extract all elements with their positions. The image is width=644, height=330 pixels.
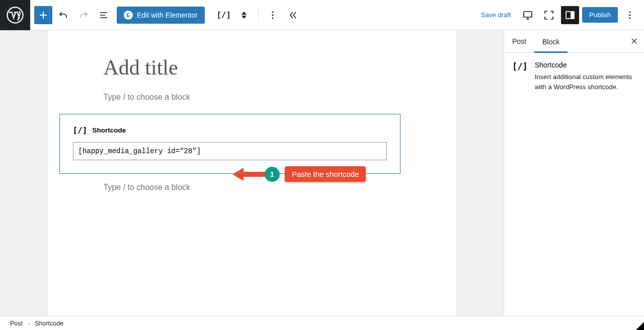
close-sidebar-button[interactable]: ✕ (624, 30, 644, 52)
shortcode-icon: [/] (512, 61, 528, 72)
list-view-icon (98, 9, 110, 21)
wordpress-icon (7, 7, 24, 24)
preview-button[interactable] (519, 6, 537, 24)
document-overview-button[interactable] (95, 6, 113, 24)
tutorial-annotation: 1 Paste the shortcode (232, 166, 366, 182)
desktop-icon (522, 9, 534, 21)
panel-block-description: Insert additional custom elements with a… (535, 72, 636, 92)
shortcode-block[interactable]: [/] Shortcode (59, 114, 400, 174)
kebab-icon (624, 9, 636, 21)
chevron-double-left-icon (287, 9, 299, 21)
block-options-button[interactable] (264, 6, 282, 24)
edit-with-elementor-button[interactable]: E Edit with Elementor (117, 7, 205, 24)
redo-button[interactable] (74, 6, 93, 24)
svg-point-1 (272, 11, 273, 13)
chevron-right-icon: › (28, 320, 30, 327)
elementor-icon: E (124, 11, 133, 20)
wordpress-logo[interactable] (0, 0, 30, 30)
tab-block[interactable]: Block (534, 30, 568, 53)
elementor-label: Edit with Elementor (137, 11, 198, 19)
svg-point-8 (629, 14, 630, 16)
divider (258, 9, 259, 21)
publish-button[interactable]: Publish (582, 7, 618, 23)
fullscreen-icon (543, 9, 555, 21)
more-options-button[interactable] (621, 6, 639, 24)
svg-rect-6 (571, 12, 574, 19)
block-type-button[interactable]: [/] (215, 6, 233, 24)
collapse-toolbar-button[interactable] (284, 6, 302, 24)
arrow-left-icon (232, 167, 268, 182)
breadcrumb-current[interactable]: Shortcode (35, 320, 63, 327)
breadcrumb-root[interactable]: Post (10, 320, 23, 327)
undo-icon (57, 9, 69, 21)
annotation-step-number: 1 (265, 167, 280, 182)
shortcode-icon: [/] (73, 125, 88, 135)
settings-sidebar-button[interactable] (561, 6, 579, 24)
shortcode-icon: [/] (216, 10, 231, 20)
resize-handle-icon[interactable] (636, 322, 644, 330)
editor-topbar: E Edit with Elementor [/] Save draft (0, 0, 644, 30)
svg-point-7 (629, 11, 630, 13)
svg-point-2 (272, 14, 273, 16)
undo-button[interactable] (54, 6, 72, 24)
sidebar-icon (564, 9, 576, 21)
plus-icon (37, 9, 49, 21)
panel-block-title: Shortcode (535, 61, 636, 69)
settings-sidebar: Post Block ✕ [/] Shortcode Insert additi… (504, 30, 644, 316)
post-title-input[interactable]: Add title (48, 55, 456, 90)
svg-point-9 (629, 17, 630, 19)
redo-icon (77, 9, 90, 21)
svg-point-3 (272, 17, 273, 19)
kebab-icon (267, 9, 279, 21)
breadcrumb: Post › Shortcode (0, 316, 644, 330)
add-block-button[interactable] (34, 6, 52, 24)
tab-post[interactable]: Post (504, 30, 534, 52)
block-appender-before[interactable]: Type / to choose a block (48, 90, 456, 114)
move-updown-icon (242, 12, 247, 19)
shortcode-block-label: Shortcode (92, 126, 126, 134)
close-icon: ✕ (630, 36, 638, 47)
fullscreen-button[interactable] (540, 6, 558, 24)
svg-rect-4 (524, 12, 532, 17)
move-block-button[interactable] (235, 6, 253, 24)
shortcode-input[interactable] (73, 142, 387, 160)
save-draft-button[interactable]: Save draft (476, 7, 516, 23)
annotation-text: Paste the shortcode (285, 166, 366, 182)
